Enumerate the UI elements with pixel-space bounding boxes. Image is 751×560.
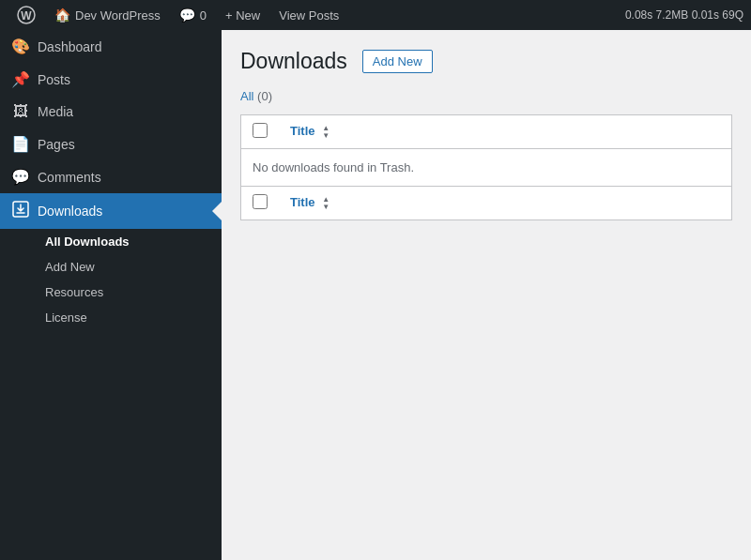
sidebar: 🎨 Dashboard 📌 Posts 🖼 Media 📄 Pages 💬 Co… bbox=[0, 30, 222, 560]
content-area: Downloads Add New All (0) Title ▲ ▼ bbox=[222, 30, 751, 560]
sidebar-item-comments[interactable]: 💬 Comments bbox=[0, 160, 222, 193]
filter-count: (0) bbox=[257, 89, 272, 103]
table-header-row: Title ▲ ▼ bbox=[241, 115, 732, 149]
sidebar-label-comments: Comments bbox=[38, 170, 101, 185]
home-icon: 🏠 bbox=[54, 8, 70, 23]
filter-all-link[interactable]: All bbox=[240, 89, 253, 103]
sidebar-label-pages: Pages bbox=[38, 137, 75, 152]
view-posts-label: View Posts bbox=[279, 8, 339, 23]
no-items-row: No downloads found in Trash. bbox=[241, 149, 732, 187]
downloads-submenu: All Downloads Add New Resources License bbox=[0, 229, 222, 330]
comments-button[interactable]: 💬 0 bbox=[170, 0, 216, 30]
table-head: Title ▲ ▼ bbox=[241, 115, 732, 149]
dashboard-icon: 🎨 bbox=[11, 38, 30, 55]
sidebar-subitem-add-new[interactable]: Add New bbox=[0, 254, 222, 280]
main-layout: 🎨 Dashboard 📌 Posts 🖼 Media 📄 Pages 💬 Co… bbox=[0, 30, 751, 560]
svg-text:W: W bbox=[21, 9, 32, 23]
downloads-icon bbox=[11, 201, 30, 221]
filter-bar: All (0) bbox=[240, 89, 732, 103]
new-content-button[interactable]: + New bbox=[216, 0, 269, 30]
header-checkbox-cell bbox=[241, 115, 280, 149]
sidebar-label-posts: Posts bbox=[38, 72, 70, 87]
add-new-sub-label: Add New bbox=[45, 260, 95, 274]
sidebar-label-dashboard: Dashboard bbox=[38, 39, 102, 54]
title-sort-icon[interactable]: ▲ ▼ bbox=[322, 125, 330, 140]
sidebar-subitem-resources[interactable]: Resources bbox=[0, 280, 222, 305]
sidebar-item-posts[interactable]: 📌 Posts bbox=[0, 63, 222, 96]
sidebar-subitem-all-downloads[interactable]: All Downloads bbox=[0, 229, 222, 254]
posts-icon: 📌 bbox=[11, 70, 30, 88]
resources-label: Resources bbox=[45, 285, 103, 299]
view-posts-button[interactable]: View Posts bbox=[269, 0, 348, 30]
table-footer-row: Title ▲ ▼ bbox=[241, 187, 732, 220]
sidebar-label-downloads: Downloads bbox=[38, 204, 102, 219]
footer-select-all-checkbox[interactable] bbox=[253, 194, 268, 209]
select-all-checkbox[interactable] bbox=[253, 123, 268, 138]
wp-logo-button[interactable]: W bbox=[8, 0, 45, 30]
pages-icon: 📄 bbox=[11, 135, 30, 153]
media-icon: 🖼 bbox=[11, 103, 30, 120]
footer-title-column-label: Title bbox=[290, 195, 315, 209]
comments-icon: 💬 bbox=[179, 8, 195, 23]
header-title-cell[interactable]: Title ▲ ▼ bbox=[279, 115, 732, 149]
page-title: Downloads bbox=[240, 49, 347, 74]
title-column-label: Title bbox=[290, 124, 315, 138]
sidebar-item-media[interactable]: 🖼 Media bbox=[0, 96, 222, 128]
site-name-label: Dev WordPress bbox=[75, 8, 161, 23]
sidebar-item-downloads[interactable]: Downloads bbox=[0, 193, 222, 229]
table-foot: Title ▲ ▼ bbox=[241, 187, 732, 220]
comments-count: 0 bbox=[200, 8, 207, 23]
license-label: License bbox=[45, 310, 87, 325]
admin-bar: W 🏠 Dev WordPress 💬 0 + New View Posts 0… bbox=[0, 0, 751, 30]
site-name-button[interactable]: 🏠 Dev WordPress bbox=[45, 0, 170, 30]
footer-checkbox-cell bbox=[241, 187, 280, 220]
sidebar-label-media: Media bbox=[38, 104, 73, 119]
downloads-table: Title ▲ ▼ No downloads found in Trash. bbox=[240, 114, 732, 220]
add-new-button[interactable]: Add New bbox=[362, 50, 433, 73]
sidebar-item-dashboard[interactable]: 🎨 Dashboard bbox=[0, 30, 222, 63]
sidebar-item-pages[interactable]: 📄 Pages bbox=[0, 128, 222, 160]
no-items-message: No downloads found in Trash. bbox=[241, 149, 732, 187]
sidebar-subitem-license[interactable]: License bbox=[0, 305, 222, 330]
footer-title-cell[interactable]: Title ▲ ▼ bbox=[279, 187, 732, 220]
performance-info: 0.08s 7.2MB 0.01s 69Q bbox=[625, 8, 743, 22]
footer-title-sort-icon[interactable]: ▲ ▼ bbox=[322, 196, 330, 211]
table-body: No downloads found in Trash. bbox=[241, 149, 732, 187]
new-label: + New bbox=[225, 8, 260, 23]
page-header: Downloads Add New bbox=[240, 49, 732, 74]
comments-sidebar-icon: 💬 bbox=[11, 168, 30, 186]
all-downloads-label: All Downloads bbox=[45, 235, 130, 249]
